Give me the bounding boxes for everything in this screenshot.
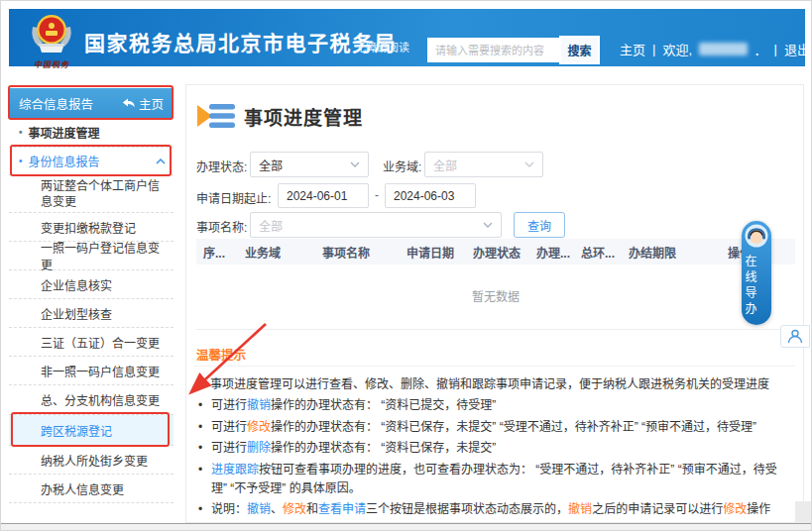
column-header: 序... [196,244,232,261]
scrollbar-corner [795,501,811,523]
column-header: 申请日期 [399,244,462,261]
sidebar-item-twocert-merge[interactable]: 两证整合个体工商户信息变更 [9,175,174,213]
sidebar-item-progress-mgmt[interactable]: • 事项进度管理 [9,118,174,148]
national-emblem-icon [29,13,74,56]
column-header: 办结期限 [621,244,684,261]
column-header: 总环... [575,244,621,261]
chevron-down-icon [524,161,534,167]
progress-list-icon [196,101,238,131]
tips-list: 可进行撤销操作的办理状态有： “资料已提交，待受理” 可进行修改操作的办理状态有… [198,396,791,522]
table-header-row: 序... 业务域 事项名称 申请日期 办理状态 办理... 总环... 办结期限… [196,239,795,265]
guide-avatar-icon [745,224,768,248]
sidebar-item-onecode-change[interactable]: 一照一码户登记信息变更 [9,242,174,270]
link-separator: | [652,42,655,56]
sidebar-item-taxpayer-street-change[interactable]: 纳税人所处街乡变更 [9,446,174,475]
tip-item: 进度跟踪按钮可查看事项办理的进度，也可查看办理状态为： “受理不通过，待补齐补正… [198,461,791,498]
chevron-up-icon [156,159,166,164]
online-guide-tab[interactable]: 在线导办 [742,221,771,325]
bullet-icon: • [19,156,23,166]
sidebar-item-tax-agent-info-change[interactable]: 办税人信息变更 [9,475,174,503]
app-header: 中国税务 国家税务总局北京市电子税务局 无障碍阅读 搜索 主页 | 欢迎, ． … [9,9,805,66]
tip-item: 说明：撤销、修改和查看申请三个按钮是根据事项状态动态展示的，撤销之后的申请记录可… [198,500,791,519]
tip-item: 可进行撤销操作的办理状态有： “资料已提交，待受理” [198,396,791,415]
sidebar-item-withholding-change[interactable]: 变更扣缴税款登记 [9,213,174,242]
accessibility-link[interactable]: 无障碍阅读 [355,39,409,54]
logout-link[interactable]: 退出 [784,40,810,58]
sidebar: 综合信息报告 主页 • 事项进度管理 • 身份信息报告 两证整合个体工商户信息变… [9,88,174,503]
search-button[interactable]: 搜索 [559,36,600,64]
welcome-suffix: ． [754,40,767,58]
column-header: 业务域 [232,244,293,261]
column-header: 办理... [531,244,575,261]
sidebar-home-link[interactable]: 主页 [122,94,164,113]
status-select[interactable]: 全部 [250,152,369,177]
tip-item: 可进行删除操作的办理状态有： “资料已保存，未提交” [198,439,791,458]
domain-select[interactable]: 全部 [424,152,543,177]
search-input[interactable] [427,38,559,62]
sidebar-header: 综合信息报告 主页 [9,88,174,118]
item-name-select[interactable]: 全部 [250,212,502,238]
header-links: 主页 | 欢迎, ． | 退出 [620,40,810,58]
tax-emblem-logo: 中国税务 [23,13,80,70]
sidebar-item-enterprise-verify[interactable]: 企业信息核实 [9,270,174,299]
date-range-label: 申请日期起止: [196,189,271,206]
domain-label: 业务域: [383,158,421,174]
sidebar-section-title: 综合信息报告 [19,94,93,113]
sidebar-item-non-onecode-change[interactable]: 非一照一码户信息变更 [9,357,174,385]
sidebar-item-crossregion-tax-reg[interactable]: 跨区税源登记 [9,415,174,446]
chevron-down-icon [350,161,360,167]
online-guide-label: 在线导办 [742,255,758,318]
contact-service-button[interactable] [780,325,810,348]
column-header: 事项名称 [293,244,399,261]
tips-divider [194,366,795,367]
sidebar-item-branch-info-change[interactable]: 总、分支机构信息变更 [9,385,174,415]
sidebar-item-enterprise-type-check[interactable]: 企业划型核查 [9,299,174,328]
page-title-row: 事项进度管理 [196,101,363,131]
welcome-username-redacted [699,43,748,55]
person-icon [787,329,803,344]
back-arrow-icon [122,98,135,108]
page-title: 事项进度管理 [244,103,363,130]
home-link[interactable]: 主页 [620,40,645,58]
site-title: 国家税务总局北京市电子税务局 [84,27,397,56]
date-from-input[interactable] [278,183,369,208]
table-empty-state: 暂无数据 [196,265,795,330]
column-header: 操作 [684,244,795,261]
page-bottom-strip [1,524,812,531]
chevron-down-icon [483,222,493,228]
bullet-icon: • [19,127,23,138]
page: 中国税务 国家税务总局北京市电子税务局 无障碍阅读 搜索 主页 | 欢迎, ． … [0,0,812,531]
column-header: 办理状态 [462,244,531,261]
tips-intro: 事项进度管理可以进行查看、修改、删除、撤销和跟踪事项申请记录，便于纳税人跟进税务… [210,375,789,394]
query-button[interactable]: 查询 [514,212,565,238]
item-name-label: 事项名称: [196,218,247,235]
tips-title: 温馨提示 [196,345,246,364]
logo-caption: 中国税务 [23,58,80,69]
sidebar-item-threecert-change[interactable]: 三证（五证）合一变更 [9,328,174,357]
status-label: 办理状态: [196,158,247,174]
main-panel: 事项进度管理 办理状态: 全部 业务域: 全部 申请日期起止: - 事项名称: … [185,84,804,523]
date-dash: - [375,188,379,202]
link-separator: | [774,42,777,56]
sidebar-item-identity-report[interactable]: • 身份信息报告 [9,148,174,175]
welcome-label: 欢迎, [662,40,692,58]
date-to-input[interactable] [385,183,476,208]
tip-item: 可进行修改操作的办理状态有： “资料已保存，未提交” “受理不通过，待补齐补正”… [198,418,791,437]
